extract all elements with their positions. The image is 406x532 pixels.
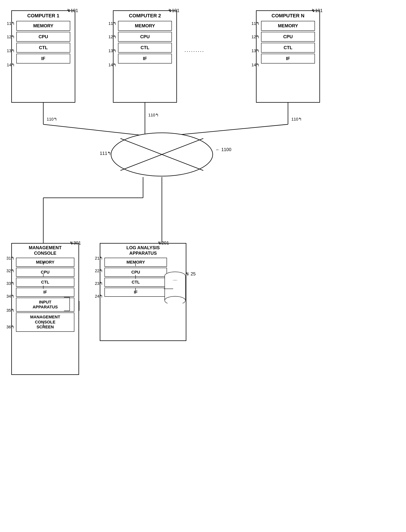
computer2-ref14: 14↰: [109, 63, 116, 67]
mgmt-if: IF: [16, 288, 74, 297]
log-ref21: 21↰: [95, 256, 103, 261]
mgmt-cpu: CPU: [16, 268, 74, 277]
mgmt-ref36: 36↰: [6, 325, 14, 330]
management-console-box: MANAGEMENTCONSOLE MEMORY CPU CTL IF INPU…: [11, 243, 79, 375]
computer2-ref12: 12↰: [109, 35, 116, 39]
computer1-title: COMPUTER 1: [12, 11, 75, 20]
mgmt-ref34: 34↰: [6, 294, 14, 299]
computer2-ref13: 13↰: [109, 48, 116, 53]
computer1-ref11: 11↰: [7, 21, 15, 26]
log-ref201: ↯201: [158, 240, 169, 246]
log-memory: MEMORY: [104, 258, 167, 267]
mgmt-memory: MEMORY: [16, 258, 74, 267]
svg-point-34: [165, 296, 185, 303]
database-cylinder: [164, 271, 186, 303]
computern-ref14: 14↰: [252, 63, 259, 67]
mgmt-ref33: 33↰: [6, 281, 14, 286]
log-if: IF: [104, 288, 167, 297]
db-ref25: ↯ 25: [186, 271, 196, 277]
mgmt-title: MANAGEMENTCONSOLE: [12, 244, 79, 257]
line-ref110-right: 110↰: [291, 117, 302, 122]
log-ctl: CTL: [104, 278, 167, 287]
computern-ref11: 11↰: [252, 21, 259, 26]
computern-ref13: 13↰: [252, 48, 259, 53]
computer1-ref14: 14↰: [7, 63, 15, 67]
network-ref1100: ← 1100: [216, 147, 231, 152]
dots: .........: [184, 47, 204, 53]
computern-box: COMPUTER N MEMORY CPU CTL IF: [256, 10, 320, 103]
mgmt-ref31: 31↰: [6, 256, 14, 261]
computern-memory: MEMORY: [261, 21, 315, 31]
computer1-if: IF: [16, 54, 70, 64]
computer1-ref12: 12↰: [7, 35, 15, 39]
computer1-ref13: 13↰: [7, 48, 15, 53]
computern-ctl: CTL: [261, 43, 315, 52]
svg-rect-35: [165, 276, 185, 280]
computern-cpu: CPU: [261, 32, 315, 42]
computer1-ctl: CTL: [16, 43, 70, 52]
computer2-ref11: 11↰: [109, 21, 116, 26]
computer2-ref: ↯101: [168, 8, 179, 13]
log-cpu: CPU: [104, 268, 167, 277]
mgmt-ref35: 35↰: [6, 308, 14, 313]
computern-title: COMPUTER N: [257, 11, 319, 20]
computer1-ref: ↯101: [67, 8, 78, 13]
computern-if: IF: [261, 54, 315, 64]
mgmt-ref301: ↯301: [70, 240, 81, 246]
computer2-ctl: CTL: [118, 43, 172, 52]
computer2-if: IF: [118, 54, 172, 64]
computer1-box: COMPUTER 1 MEMORY CPU CTL IF: [11, 10, 75, 103]
log-ref24: 24↰: [95, 294, 103, 299]
computer2-cpu: CPU: [118, 32, 172, 42]
computern-ref: ↯101: [311, 8, 323, 13]
log-title: LOG ANALYSISAPPARATUS: [100, 244, 186, 257]
diagram: COMPUTER 1 MEMORY CPU CTL IF ↯101 11↰ 12…: [0, 0, 406, 532]
mgmt-screen: MANAGEMENTCONSOLESCREEN: [16, 312, 74, 332]
computer2-title: COMPUTER 2: [114, 11, 176, 20]
mgmt-ctl: CTL: [16, 278, 74, 287]
network-ellipse: [109, 132, 215, 177]
computer1-memory: MEMORY: [16, 21, 70, 31]
computer2-box: COMPUTER 2 MEMORY CPU CTL IF: [113, 10, 177, 103]
line-ref110-mid: 110↰: [148, 113, 159, 118]
computern-ref12: 12↰: [252, 35, 259, 39]
log-ref23: 23↰: [95, 281, 103, 286]
computer2-memory: MEMORY: [118, 21, 172, 31]
log-ref22: 22↰: [95, 268, 103, 273]
network-ref111: 111↰: [100, 151, 111, 156]
line-ref110-left: 110↰: [47, 117, 57, 122]
computer1-cpu: CPU: [16, 32, 70, 42]
mgmt-input: INPUTAPPARATUS: [16, 298, 74, 312]
mgmt-ref32: 32↰: [6, 268, 14, 273]
